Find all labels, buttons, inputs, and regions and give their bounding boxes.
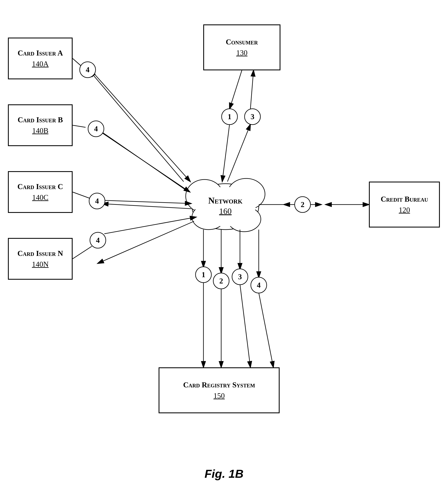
svg-line-36 [98, 221, 194, 263]
svg-line-27 [90, 71, 184, 182]
svg-point-39 [245, 109, 260, 125]
card-issuer-c-label: Card Issuer C [18, 182, 63, 191]
consumer-id: 130 [236, 48, 247, 57]
card-issuer-a-box: Card Issuer A 140A [8, 38, 73, 79]
svg-line-26 [94, 73, 190, 182]
card-issuer-a-label: Card Issuer A [18, 49, 63, 58]
figure-label: Fig. 1B [204, 467, 244, 481]
card-registry-id: 150 [213, 391, 225, 400]
svg-text:2: 2 [301, 200, 304, 209]
svg-line-28 [73, 125, 86, 127]
credit-bureau-box: Credit Bureau 120 [369, 182, 440, 227]
svg-point-49 [251, 277, 267, 293]
svg-line-13 [250, 70, 254, 109]
svg-text:1: 1 [202, 270, 205, 279]
card-issuer-b-id: 140B [32, 126, 48, 135]
svg-text:Network: Network [208, 196, 243, 205]
svg-text:160: 160 [219, 206, 232, 216]
consumer-label: Consumer [226, 38, 258, 46]
card-issuer-b-box: Card Issuer B 140B [8, 104, 73, 146]
consumer-box: Consumer 130 [203, 24, 280, 70]
svg-point-4 [192, 204, 225, 230]
svg-line-22 [240, 284, 250, 367]
svg-text:4: 4 [257, 281, 261, 289]
svg-text:4: 4 [86, 66, 90, 74]
svg-text:1: 1 [228, 112, 231, 121]
card-issuer-n-box: Card Issuer N 140N [8, 238, 73, 280]
svg-line-29 [99, 130, 190, 192]
svg-line-12 [227, 124, 250, 182]
svg-point-45 [213, 273, 229, 289]
svg-point-37 [222, 109, 237, 125]
svg-point-2 [192, 184, 259, 230]
svg-text:4: 4 [94, 125, 98, 133]
card-registry-box: Card Registry System 150 [158, 367, 280, 413]
svg-line-33 [102, 204, 191, 209]
credit-bureau-id: 120 [399, 206, 410, 214]
svg-point-5 [227, 179, 265, 210]
svg-line-30 [94, 126, 186, 190]
card-issuer-n-id: 140N [32, 260, 49, 269]
svg-point-53 [88, 121, 104, 137]
svg-point-6 [227, 207, 261, 232]
svg-line-34 [73, 246, 92, 259]
card-issuer-a-id: 140A [32, 59, 49, 68]
svg-line-32 [104, 200, 191, 203]
svg-point-51 [80, 62, 96, 78]
svg-point-7 [195, 187, 256, 226]
svg-point-41 [295, 197, 311, 213]
svg-point-43 [196, 267, 211, 283]
network-cloud: Network 160 [186, 179, 265, 232]
svg-text:4: 4 [95, 197, 99, 205]
svg-line-11 [222, 124, 230, 182]
svg-point-57 [90, 232, 106, 248]
svg-line-35 [104, 217, 196, 234]
svg-text:3: 3 [238, 273, 242, 281]
svg-text:4: 4 [96, 236, 100, 244]
card-issuer-n-label: Card Issuer N [18, 249, 63, 258]
card-registry-label: Card Registry System [183, 381, 255, 390]
svg-line-24 [259, 293, 273, 367]
svg-text:3: 3 [251, 112, 254, 121]
card-issuer-b-label: Card Issuer B [18, 115, 63, 124]
svg-line-10 [230, 70, 242, 109]
diagram: Network 160 [0, 0, 448, 493]
svg-line-31 [73, 192, 90, 198]
svg-point-47 [232, 269, 248, 285]
credit-bureau-label: Credit Bureau [381, 195, 428, 204]
svg-point-55 [89, 193, 105, 209]
svg-text:2: 2 [219, 277, 223, 285]
card-issuer-c-box: Card Issuer C 140C [8, 171, 73, 213]
svg-line-25 [73, 58, 81, 66]
svg-point-3 [186, 179, 223, 213]
card-issuer-c-id: 140C [32, 193, 48, 202]
